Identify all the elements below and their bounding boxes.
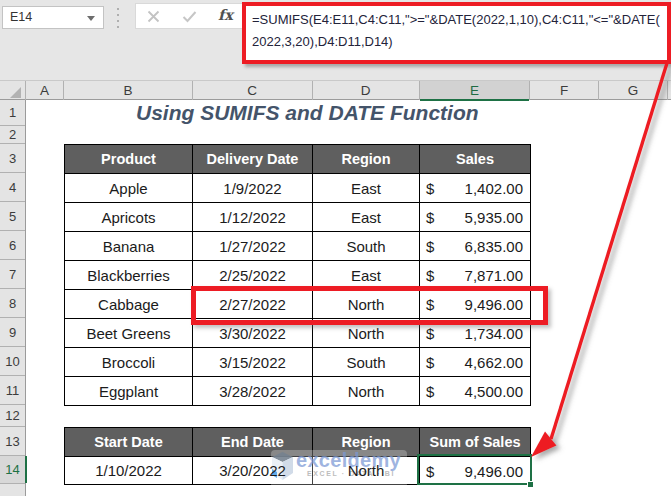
cell-B7[interactable]: Blackberries — [65, 261, 193, 290]
fill-handle[interactable] — [527, 481, 534, 488]
sales-table: Product Delivery Date Region Sales Apple… — [64, 144, 531, 406]
active-cell-border — [417, 454, 532, 485]
cell-text: Banana — [103, 238, 155, 255]
amount: 1,734.00 — [465, 325, 523, 342]
row-header-2[interactable]: 2 — [0, 126, 25, 144]
row-header-7[interactable]: 7 — [0, 260, 25, 289]
cell-text: 1/12/2022 — [219, 209, 286, 226]
name-box-dropdown-icon[interactable] — [87, 16, 95, 21]
amount: 7,871.00 — [465, 267, 523, 284]
sales-header-row: Product Delivery Date Region Sales — [65, 145, 531, 174]
cell-C6[interactable]: 1/27/2022 — [193, 232, 313, 261]
col-region[interactable]: Region — [313, 145, 420, 174]
formula-bar-area: E14 fx =SUMIFS(E4:E11,C4:C11,">="&DATE(2… — [0, 0, 671, 80]
row-header-13[interactable]: 13 — [0, 427, 25, 456]
formula-line-2: 2022,3,20),D4:D11,D14) — [252, 31, 667, 53]
select-all-icon[interactable] — [10, 87, 21, 98]
col-start-date[interactable]: Start Date — [65, 428, 193, 457]
cell-B6[interactable]: Banana — [65, 232, 193, 261]
cell-D4[interactable]: East — [313, 174, 420, 203]
col-product[interactable]: Product — [65, 145, 193, 174]
row-header-15[interactable] — [0, 484, 25, 496]
currency-symbol: $ — [426, 325, 434, 342]
cell-B8[interactable]: Cabbage — [65, 290, 193, 319]
name-box[interactable]: E14 — [2, 6, 104, 29]
cell-C10[interactable]: 3/15/2022 — [193, 348, 313, 377]
currency-symbol: $ — [426, 383, 434, 400]
row-header-11[interactable]: 11 — [0, 376, 25, 405]
cell-D11[interactable]: North — [313, 377, 420, 406]
cell-text: Beet Greens — [86, 325, 170, 342]
col-sum-of-sales[interactable]: Sum of Sales — [420, 428, 531, 457]
currency-symbol: $ — [426, 354, 434, 371]
col-delivery-date[interactable]: Delivery Date — [193, 145, 313, 174]
currency-symbol: $ — [426, 209, 434, 226]
cancel-icon[interactable] — [147, 10, 160, 23]
column-header-A[interactable]: A — [26, 81, 64, 100]
amount: 4,500.00 — [465, 383, 523, 400]
cell-E5[interactable]: $5,935.00 — [420, 203, 531, 232]
name-box-value: E14 — [10, 10, 32, 24]
column-header-F[interactable]: F — [530, 81, 599, 100]
cell-D10[interactable]: South — [313, 348, 420, 377]
sheet-title: Using SUMIFS and DATE Function — [136, 100, 479, 126]
cell-text: Eggplant — [99, 383, 158, 400]
row-header-12[interactable]: 12 — [0, 405, 25, 427]
cell-text: 3/15/2022 — [219, 354, 286, 371]
cell-B5[interactable]: Apricots — [65, 203, 193, 232]
amount: 6,835.00 — [465, 238, 523, 255]
cell-text: North — [348, 325, 385, 342]
cell-text: North — [348, 383, 385, 400]
cell-B11[interactable]: Eggplant — [65, 377, 193, 406]
cell-C4[interactable]: 1/9/2022 — [193, 174, 313, 203]
sales-row-apricots: Apricots1/12/2022East$5,935.00 — [65, 203, 531, 232]
cell-text: South — [346, 354, 385, 371]
cell-B10[interactable]: Broccoli — [65, 348, 193, 377]
row-header-14[interactable]: 14 — [0, 456, 25, 484]
column-header-B[interactable]: B — [64, 81, 193, 100]
row-header-10[interactable]: 10 — [0, 347, 25, 376]
row-header-1[interactable]: 1 — [0, 100, 25, 126]
row-header-6[interactable]: 6 — [0, 231, 25, 260]
row-header-8[interactable]: 8 — [0, 289, 25, 318]
cell-D5[interactable]: East — [313, 203, 420, 232]
cell-text: Apple — [109, 180, 147, 197]
cell-B4[interactable]: Apple — [65, 174, 193, 203]
column-header-G[interactable]: G — [599, 81, 668, 100]
cell-text: 1/10/2022 — [95, 462, 162, 479]
cell-text: East — [351, 209, 381, 226]
cell-text: 3/30/2022 — [219, 325, 286, 342]
cell-text: East — [351, 267, 381, 284]
cell-E11[interactable]: $4,500.00 — [420, 377, 531, 406]
row-header-3[interactable]: 3 — [0, 144, 25, 173]
amount: 4,662.00 — [465, 354, 523, 371]
cell-text: 1/9/2022 — [223, 180, 281, 197]
col-sales[interactable]: Sales — [420, 145, 531, 174]
insert-function-icon[interactable]: fx — [218, 6, 233, 23]
enter-icon[interactable] — [182, 10, 197, 23]
cell-text: East — [351, 180, 381, 197]
cell-B9[interactable]: Beet Greens — [65, 319, 193, 348]
column-header-E[interactable]: E — [420, 81, 530, 100]
cell-D6[interactable]: South — [313, 232, 420, 261]
cell-E10[interactable]: $4,662.00 — [420, 348, 531, 377]
cell-text: 1/27/2022 — [219, 238, 286, 255]
cell-text: 2/25/2022 — [219, 267, 286, 284]
cell-text: Broccoli — [102, 354, 155, 371]
cell-B14[interactable]: 1/10/2022 — [65, 457, 193, 485]
cell-E6[interactable]: $6,835.00 — [420, 232, 531, 261]
formula-input[interactable]: =SUMIFS(E4:E11,C4:C11,">="&DATE(2022,1,1… — [242, 2, 671, 64]
row-header-5[interactable]: 5 — [0, 202, 25, 231]
column-header-C[interactable]: C — [192, 81, 313, 100]
cell-text: 3/28/2022 — [219, 383, 286, 400]
row-header-9[interactable]: 9 — [0, 318, 25, 347]
column-header-D[interactable]: D — [312, 81, 420, 100]
cell-E4[interactable]: $1,402.00 — [420, 174, 531, 203]
row-header-4[interactable]: 4 — [0, 173, 25, 202]
formula-bar-drag-handle[interactable] — [116, 8, 120, 28]
cell-C5[interactable]: 1/12/2022 — [193, 203, 313, 232]
cell-C11[interactable]: 3/28/2022 — [193, 377, 313, 406]
exceldemy-watermark: exceldemy EXCEL · DATA · BI — [271, 450, 407, 488]
currency-symbol: $ — [426, 238, 434, 255]
sales-row-broccoli: Broccoli3/15/2022South$4,662.00 — [65, 348, 531, 377]
